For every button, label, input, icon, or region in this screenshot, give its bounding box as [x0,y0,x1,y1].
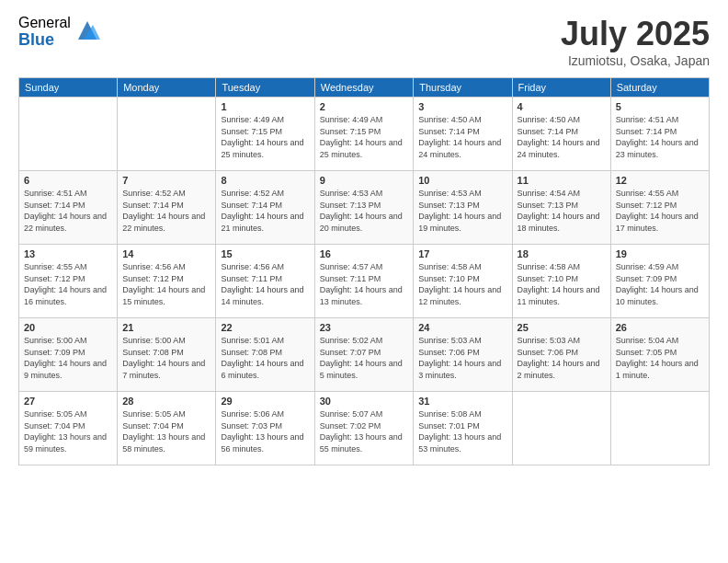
day-number: 31 [418,396,506,407]
calendar-day-cell: 19Sunrise: 4:59 AM Sunset: 7:09 PM Dayli… [610,245,709,318]
calendar-day-cell: 18Sunrise: 4:58 AM Sunset: 7:10 PM Dayli… [512,245,610,318]
calendar-day-cell: 7Sunrise: 4:52 AM Sunset: 7:14 PM Daylig… [118,171,216,245]
calendar-day-cell: 10Sunrise: 4:53 AM Sunset: 7:13 PM Dayli… [414,171,512,245]
day-detail: Sunrise: 4:53 AM Sunset: 7:13 PM Dayligh… [418,188,506,234]
day-number: 15 [221,248,309,259]
logo: General Blue [18,15,100,49]
day-detail: Sunrise: 4:51 AM Sunset: 7:14 PM Dayligh… [616,114,704,160]
day-number: 12 [616,175,704,186]
day-detail: Sunrise: 5:03 AM Sunset: 7:06 PM Dayligh… [518,335,606,381]
day-detail: Sunrise: 5:00 AM Sunset: 7:09 PM Dayligh… [24,335,112,381]
day-number: 10 [418,175,506,186]
day-detail: Sunrise: 4:59 AM Sunset: 7:09 PM Dayligh… [616,261,704,307]
calendar-day-cell: 29Sunrise: 5:06 AM Sunset: 7:03 PM Dayli… [216,392,314,465]
day-detail: Sunrise: 4:51 AM Sunset: 7:14 PM Dayligh… [24,188,112,234]
day-number: 1 [221,101,309,112]
calendar-day-cell: 11Sunrise: 4:54 AM Sunset: 7:13 PM Dayli… [512,171,610,245]
day-number: 3 [418,101,506,112]
calendar-week-row: 1Sunrise: 4:49 AM Sunset: 7:15 PM Daylig… [19,98,710,171]
day-detail: Sunrise: 4:56 AM Sunset: 7:12 PM Dayligh… [122,261,210,307]
calendar-day-cell: 22Sunrise: 5:01 AM Sunset: 7:08 PM Dayli… [216,318,314,392]
calendar-week-row: 27Sunrise: 5:05 AM Sunset: 7:04 PM Dayli… [19,392,710,465]
day-number: 13 [24,248,112,259]
calendar-day-cell: 23Sunrise: 5:02 AM Sunset: 7:07 PM Dayli… [314,318,413,392]
calendar-day-cell: 12Sunrise: 4:55 AM Sunset: 7:12 PM Dayli… [610,171,709,245]
day-detail: Sunrise: 4:58 AM Sunset: 7:10 PM Dayligh… [518,261,606,307]
day-detail: Sunrise: 4:52 AM Sunset: 7:14 PM Dayligh… [221,188,309,234]
day-number: 4 [518,101,606,112]
calendar-day-cell: 30Sunrise: 5:07 AM Sunset: 7:02 PM Dayli… [314,392,413,465]
calendar-day-cell: 4Sunrise: 4:50 AM Sunset: 7:14 PM Daylig… [512,98,610,171]
calendar-day-cell [19,98,118,171]
calendar-day-cell: 2Sunrise: 4:49 AM Sunset: 7:15 PM Daylig… [314,98,413,171]
calendar-day-cell: 21Sunrise: 5:00 AM Sunset: 7:08 PM Dayli… [118,318,216,392]
day-of-week-header: Tuesday [216,78,314,98]
day-number: 27 [24,396,112,407]
day-detail: Sunrise: 4:53 AM Sunset: 7:13 PM Dayligh… [320,188,408,234]
day-number: 30 [320,396,408,407]
day-number: 2 [320,101,408,112]
day-of-week-header: Saturday [610,78,709,98]
day-number: 14 [122,248,210,259]
day-number: 5 [616,101,704,112]
page-header: General Blue July 2025 Izumiotsu, Osaka,… [18,15,710,68]
calendar-day-cell: 16Sunrise: 4:57 AM Sunset: 7:11 PM Dayli… [314,245,413,318]
day-detail: Sunrise: 5:05 AM Sunset: 7:04 PM Dayligh… [122,408,210,454]
calendar-week-row: 13Sunrise: 4:55 AM Sunset: 7:12 PM Dayli… [19,245,710,318]
day-of-week-header: Monday [118,78,216,98]
day-detail: Sunrise: 4:49 AM Sunset: 7:15 PM Dayligh… [320,114,408,160]
calendar-day-cell: 8Sunrise: 4:52 AM Sunset: 7:14 PM Daylig… [216,171,314,245]
calendar-day-cell: 27Sunrise: 5:05 AM Sunset: 7:04 PM Dayli… [19,392,118,465]
calendar-week-row: 6Sunrise: 4:51 AM Sunset: 7:14 PM Daylig… [19,171,710,245]
day-detail: Sunrise: 4:57 AM Sunset: 7:11 PM Dayligh… [320,261,408,307]
calendar-day-cell [512,392,610,465]
day-of-week-header: Thursday [414,78,512,98]
calendar-day-cell: 25Sunrise: 5:03 AM Sunset: 7:06 PM Dayli… [512,318,610,392]
logo-general: General [18,15,71,31]
location: Izumiotsu, Osaka, Japan [561,53,710,68]
calendar-header-row: SundayMondayTuesdayWednesdayThursdayFrid… [19,78,710,98]
day-detail: Sunrise: 4:50 AM Sunset: 7:14 PM Dayligh… [518,114,606,160]
day-detail: Sunrise: 5:08 AM Sunset: 7:01 PM Dayligh… [418,408,506,454]
calendar-day-cell [610,392,709,465]
calendar-day-cell: 26Sunrise: 5:04 AM Sunset: 7:05 PM Dayli… [610,318,709,392]
day-detail: Sunrise: 5:05 AM Sunset: 7:04 PM Dayligh… [24,408,112,454]
day-number: 11 [518,175,606,186]
day-number: 23 [320,322,408,333]
month-title: July 2025 [561,15,710,53]
day-number: 25 [518,322,606,333]
day-detail: Sunrise: 5:02 AM Sunset: 7:07 PM Dayligh… [320,335,408,381]
calendar-day-cell: 1Sunrise: 4:49 AM Sunset: 7:15 PM Daylig… [216,98,314,171]
day-number: 9 [320,175,408,186]
calendar-table: SundayMondayTuesdayWednesdayThursdayFrid… [18,77,710,465]
calendar-day-cell: 5Sunrise: 4:51 AM Sunset: 7:14 PM Daylig… [610,98,709,171]
calendar-day-cell [118,98,216,171]
title-block: July 2025 Izumiotsu, Osaka, Japan [561,15,710,68]
day-number: 26 [616,322,704,333]
day-number: 16 [320,248,408,259]
day-detail: Sunrise: 5:00 AM Sunset: 7:08 PM Dayligh… [122,335,210,381]
calendar-day-cell: 3Sunrise: 4:50 AM Sunset: 7:14 PM Daylig… [414,98,512,171]
day-detail: Sunrise: 4:55 AM Sunset: 7:12 PM Dayligh… [616,188,704,234]
day-number: 20 [24,322,112,333]
day-detail: Sunrise: 5:01 AM Sunset: 7:08 PM Dayligh… [221,335,309,381]
day-detail: Sunrise: 5:03 AM Sunset: 7:06 PM Dayligh… [418,335,506,381]
day-number: 18 [518,248,606,259]
calendar-day-cell: 13Sunrise: 4:55 AM Sunset: 7:12 PM Dayli… [19,245,118,318]
day-detail: Sunrise: 4:56 AM Sunset: 7:11 PM Dayligh… [221,261,309,307]
day-detail: Sunrise: 5:07 AM Sunset: 7:02 PM Dayligh… [320,408,408,454]
day-number: 28 [122,396,210,407]
calendar-day-cell: 17Sunrise: 4:58 AM Sunset: 7:10 PM Dayli… [414,245,512,318]
day-of-week-header: Friday [512,78,610,98]
day-number: 21 [122,322,210,333]
calendar-day-cell: 6Sunrise: 4:51 AM Sunset: 7:14 PM Daylig… [19,171,118,245]
day-number: 17 [418,248,506,259]
day-number: 29 [221,396,309,407]
logo-blue: Blue [18,31,71,50]
day-detail: Sunrise: 4:54 AM Sunset: 7:13 PM Dayligh… [518,188,606,234]
calendar-week-row: 20Sunrise: 5:00 AM Sunset: 7:09 PM Dayli… [19,318,710,392]
day-detail: Sunrise: 5:06 AM Sunset: 7:03 PM Dayligh… [221,408,309,454]
calendar-day-cell: 20Sunrise: 5:00 AM Sunset: 7:09 PM Dayli… [19,318,118,392]
day-number: 24 [418,322,506,333]
calendar-day-cell: 24Sunrise: 5:03 AM Sunset: 7:06 PM Dayli… [414,318,512,392]
